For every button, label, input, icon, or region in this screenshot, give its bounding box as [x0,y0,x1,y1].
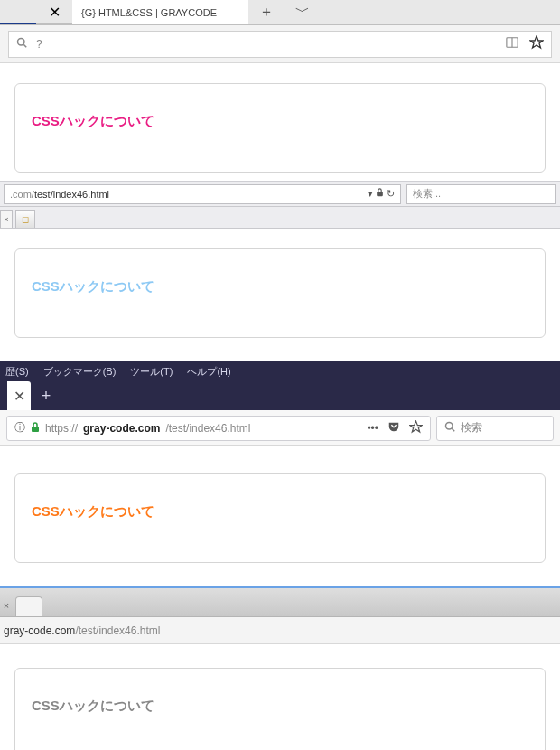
close-tab-button[interactable]: × [0,600,13,611]
pocket-icon[interactable] [387,420,400,436]
new-tab-button[interactable]: ＋ [248,0,285,24]
search-placeholder: 検索 [461,420,482,436]
demo-box: CSSハックについて [14,668,546,750]
toolbar: .com/test/index46.html ▾ ↻ 検索... [0,182,560,207]
svg-point-8 [446,423,453,430]
close-tab-button[interactable]: ✕ [36,0,72,24]
search-input[interactable]: 検索... [406,184,556,204]
page-content: CSSハックについて [0,63,560,173]
page-content: CSSハックについて [0,446,560,586]
close-icon: × [4,600,9,611]
dropdown-icon[interactable]: ▾ [368,188,373,200]
browser-ie: .com/test/index46.html ▾ ↻ 検索... × ◻ CSS… [0,181,560,361]
url-bar-row: ⓘ https://gray-code.com/test/index46.htm… [0,410,560,446]
menu-history[interactable]: 歴(S) [5,365,29,379]
tab-graycode[interactable]: {G} HTML&CSS | GRAYCODE [72,0,248,24]
url-prefix: .com/ [10,189,34,200]
svg-rect-6 [32,427,39,432]
url-input[interactable]: ⓘ https://gray-code.com/test/index46.htm… [6,416,431,441]
url-path: /test/index46.html [165,422,250,435]
lock-icon [31,422,40,435]
tab-bar: ✕ {G} HTML&CSS | GRAYCODE ＋ ﹀ [0,0,560,25]
more-icon[interactable]: ••• [367,422,378,435]
search-icon [16,37,27,51]
close-tab-button[interactable]: ✕ [7,381,31,410]
browser-firefox: 歴(S) ブックマーク(B) ツール(T) ヘルプ(H) ✕ + ⓘ https… [0,361,560,586]
tab-bar: × [0,588,560,617]
chevron-down-icon: ﹀ [295,3,310,22]
plus-icon: + [42,387,51,406]
svg-rect-5 [377,192,383,196]
url-right-icons [506,35,544,53]
new-tab-button[interactable]: ◻ [15,210,35,228]
svg-marker-4 [530,36,543,48]
menu-bookmark[interactable]: ブックマーク(B) [43,365,117,379]
demo-box: CSSハックについて [14,83,546,173]
svg-marker-7 [410,420,422,431]
url-placeholder: ? [36,38,497,51]
info-icon[interactable]: ⓘ [14,420,25,436]
tab-bar: ✕ + [0,381,560,410]
browser-chrome: × gray-code.com/test/index46.html CSSハック… [0,586,560,750]
close-icon: × [4,215,8,224]
reading-view-icon[interactable] [506,36,518,52]
page-content: CSSハックについて [0,229,560,361]
plus-icon: ＋ [259,3,274,22]
svg-point-0 [18,39,25,46]
search-icon [444,421,455,435]
url-bar-row: ? [0,25,560,63]
demo-heading: CSSハックについて [32,698,528,715]
tab-active-indicator [0,0,36,24]
url-host: gray-code.com [83,422,160,435]
tabs-overflow-button[interactable]: ﹀ [285,0,321,24]
url-input[interactable]: gray-code.com/test/index46.html [0,617,560,644]
svg-line-9 [452,428,454,431]
tabs-spacer [0,381,7,410]
menu-help[interactable]: ヘルプ(H) [187,365,230,379]
demo-box: CSSハックについて [14,248,546,338]
url-path: test/index46.html [34,189,109,200]
demo-box: CSSハックについて [14,473,546,563]
lock-icon[interactable] [376,188,384,200]
favorite-icon[interactable] [409,420,423,436]
url-input[interactable]: .com/test/index46.html ▾ ↻ [4,184,401,204]
url-right-icons: ••• [367,420,423,436]
close-icon: ✕ [49,4,61,21]
demo-heading: CSSハックについて [32,503,528,520]
page-content: CSSハックについて [0,644,560,750]
menu-tools[interactable]: ツール(T) [130,365,173,379]
demo-heading: CSSハックについて [32,113,528,130]
new-tab-button[interactable]: + [31,381,61,410]
favorite-icon[interactable] [529,35,544,53]
url-path: /test/index46.html [75,624,160,637]
tab-blank[interactable] [15,596,42,616]
new-page-icon: ◻ [22,214,29,224]
search-placeholder: 検索... [413,187,441,201]
demo-heading: CSSハックについて [32,278,528,295]
url-right-icons: ▾ ↻ [368,188,395,200]
tab-title: {G} HTML&CSS | GRAYCODE [81,7,217,18]
close-tab-button[interactable]: × [0,210,13,228]
search-input[interactable]: 検索 [436,416,554,441]
url-input[interactable]: ? [8,31,552,58]
close-icon: ✕ [14,388,25,405]
browser-edge: ✕ {G} HTML&CSS | GRAYCODE ＋ ﹀ ? [0,0,560,181]
menu-bar: 歴(S) ブックマーク(B) ツール(T) ヘルプ(H) [0,361,560,381]
url-host: gray-code.com [4,624,75,637]
url-proto: https:// [45,422,78,435]
tab-bar: × ◻ [0,207,560,229]
refresh-icon[interactable]: ↻ [387,188,395,200]
svg-line-1 [23,44,26,47]
